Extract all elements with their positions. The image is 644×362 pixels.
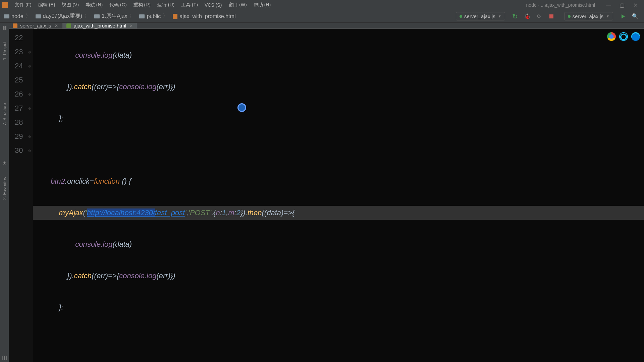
html-file-icon <box>173 14 177 19</box>
crumb-3[interactable]: public〉 <box>138 13 171 20</box>
minimize-button[interactable]: — <box>602 2 615 8</box>
editor-tab-bar: server_ajax.js ✕ ajax_with_promise.html … <box>9 23 644 29</box>
tab-ajax-with-promise[interactable]: ajax_with_promise.html ✕ <box>62 23 138 28</box>
menu-file[interactable]: 文件 (F) <box>11 2 35 8</box>
menu-run[interactable]: 运行 (U) <box>154 2 178 8</box>
run-config-dropdown[interactable]: server_ajax.js▼ <box>456 12 505 20</box>
line-number-gutter: 222324252627282930 <box>9 29 26 362</box>
favorites-tool-tab[interactable]: 2: Favorites <box>2 176 7 201</box>
menu-code[interactable]: 代码 (C) <box>106 2 130 8</box>
structure-tool-tab[interactable]: 7: Structure <box>2 102 7 127</box>
folder-icon <box>36 14 41 18</box>
crumb-1[interactable]: day07(Ajax重要)〉 <box>34 13 93 20</box>
title-bar: 文件 (F) 编辑 (E) 视图 (V) 导航 (N) 代码 (C) 重构 (R… <box>0 0 644 10</box>
tool-windows-icon[interactable]: ◫ <box>2 354 7 361</box>
crumb-label: public <box>147 13 161 19</box>
app-icon <box>2 2 8 8</box>
nav-row: node〉 day07(Ajax重要)〉 1.原生Ajax〉 public〉 a… <box>0 10 644 23</box>
maximize-button[interactable]: ▢ <box>615 2 629 8</box>
chrome-icon[interactable] <box>607 32 616 41</box>
close-tab-icon[interactable]: ✕ <box>55 23 58 28</box>
coverage-button[interactable]: ⟳ <box>535 12 544 21</box>
open-in-browser-toolbar <box>607 32 640 41</box>
project-tool-icon[interactable]: ▦ <box>2 25 7 30</box>
menu-vcs[interactable]: VCS (S) <box>201 2 225 8</box>
crumb-file[interactable]: ajax_with_promise.html <box>171 13 237 19</box>
code-content[interactable]: console.log(data) }).catch((err)=>{conso… <box>33 29 644 362</box>
ie-icon[interactable] <box>619 32 628 41</box>
stop-button[interactable] <box>547 12 556 21</box>
close-tab-icon[interactable]: ✕ <box>129 23 133 28</box>
search-everywhere-button[interactable]: 🔍 <box>631 12 640 21</box>
menu-window[interactable]: 窗口 (W) <box>225 2 250 8</box>
js-file-icon <box>13 23 17 28</box>
tab-label: server_ajax.js <box>20 23 51 28</box>
folder-icon <box>139 14 145 18</box>
window-title: node - ...\ajax_with_promise.html <box>526 2 595 8</box>
menu-view[interactable]: 视图 (V) <box>58 2 82 8</box>
menu-navigate[interactable]: 导航 (N) <box>82 2 106 8</box>
crumb-2[interactable]: 1.原生Ajax〉 <box>93 13 138 20</box>
code-editor[interactable]: 222324252627282930 ⊖⊖⊖⊖⊖⊖ console.log(da… <box>9 29 644 362</box>
crumb-label: node <box>11 13 23 19</box>
debug-button[interactable]: 🐞 <box>523 12 532 21</box>
crumb-root[interactable]: node〉 <box>3 13 34 20</box>
edge-icon[interactable] <box>631 32 640 41</box>
left-tool-strip: ▦ 1: Project 7: Structure ★ 2: Favorites <box>0 23 9 362</box>
menu-refactor[interactable]: 重构 (R) <box>130 2 154 8</box>
run-config-label: server_ajax.js <box>573 13 604 19</box>
status-dot-icon <box>568 15 571 18</box>
folder-icon <box>94 14 100 18</box>
tab-label: ajax_with_promise.html <box>74 23 126 28</box>
cursor-highlight-icon <box>237 103 246 112</box>
menu-tools[interactable]: 工具 (T) <box>178 2 201 8</box>
execute-button[interactable] <box>619 12 628 21</box>
folder-icon <box>4 14 9 18</box>
tab-server-ajax[interactable]: server_ajax.js ✕ <box>9 23 62 28</box>
project-tool-tab[interactable]: 1: Project <box>2 40 7 61</box>
status-dot-icon <box>460 15 462 18</box>
favorites-star-icon: ★ <box>2 160 7 166</box>
run-config-label: server_ajax.js <box>464 13 495 19</box>
run-button[interactable]: ↻ <box>511 12 520 21</box>
fold-gutter[interactable]: ⊖⊖⊖⊖⊖⊖ <box>26 29 33 362</box>
crumb-label: ajax_with_promise.html <box>179 13 235 19</box>
run-config-dropdown-2[interactable]: server_ajax.js▼ <box>564 12 613 20</box>
menu-help[interactable]: 帮助 (H) <box>250 2 274 8</box>
html-file-icon <box>66 23 71 28</box>
menu-edit[interactable]: 编辑 (E) <box>35 2 59 8</box>
crumb-label: 1.原生Ajax <box>102 13 127 20</box>
close-window-button[interactable]: ✕ <box>629 2 642 8</box>
crumb-label: day07(Ajax重要) <box>43 13 82 20</box>
